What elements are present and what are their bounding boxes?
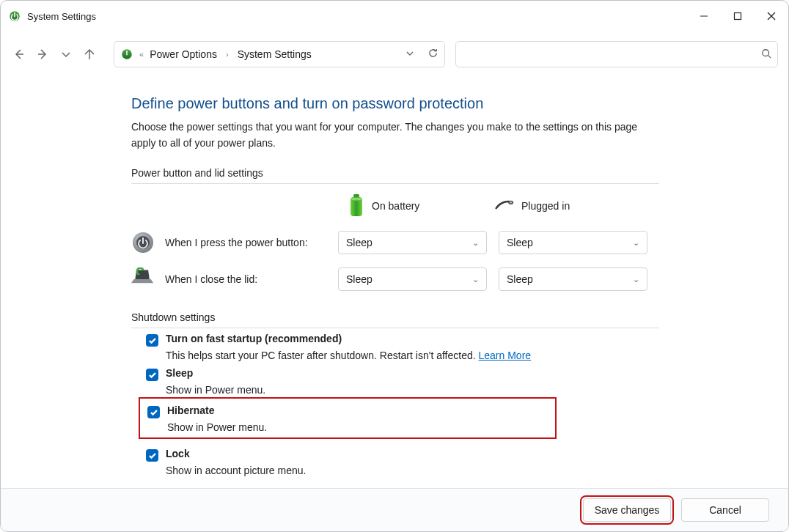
power-button-row: When I press the power button: Sleep⌄ Sl… [131,231,659,254]
checkbox-desc: This helps start your PC faster after sh… [166,350,659,361]
save-button[interactable]: Save changes [583,498,671,522]
refresh-button[interactable] [427,48,438,61]
shutdown-item-lock: Lock [131,443,659,463]
toolbar: « Power Options › System Settings [1,32,788,73]
checkbox-lock[interactable] [146,449,158,462]
svg-point-15 [510,202,512,203]
checkbox-label: Hibernate [167,404,215,416]
chevron-right-icon: › [226,50,229,59]
chevron-down-icon: ⌄ [633,275,639,284]
columns-header: On battery Plugged in [131,194,659,218]
checkbox-desc: Show in account picture menu. [166,465,659,476]
checkbox-label: Turn on fast startup (recommended) [166,333,342,344]
close-lid-plugged-select[interactable]: Sleep⌄ [499,267,647,291]
highlight-hibernate: Hibernate Show in Power menu. [139,397,557,439]
plug-icon [495,199,514,213]
chevron-down-icon[interactable] [405,49,414,59]
chevron-down-icon: ⌄ [472,275,479,284]
svg-rect-2 [735,13,741,20]
cancel-button[interactable]: Cancel [681,498,769,522]
content: Define power buttons and turn on passwor… [1,73,788,488]
checkbox-label: Lock [166,448,190,459]
page-title: Define power buttons and turn on passwor… [131,95,759,112]
checkbox-fast-startup[interactable] [146,334,158,347]
up-button[interactable] [81,46,98,62]
address-bar-icon [120,48,133,61]
close-lid-row: When I close the lid: Sleep⌄ Sleep⌄ [131,267,659,291]
shutdown-item-fast-startup: Turn on fast startup (recommended) [131,328,659,348]
section-heading-shutdown: Shutdown settings [131,311,659,328]
column-label-battery: On battery [372,200,419,212]
battery-icon [348,194,364,218]
svg-point-13 [351,198,362,201]
window-title: System Settings [27,11,96,22]
checkbox-desc: Show in Power menu. [166,384,659,396]
chevron-down-icon: ⌄ [472,238,479,248]
breadcrumb-item[interactable]: Power Options [150,48,217,60]
shutdown-item-sleep: Sleep [131,363,659,383]
page-description: Choose the power settings that you want … [131,119,659,151]
breadcrumb-item[interactable]: System Settings [238,48,312,60]
close-lid-battery-select[interactable]: Sleep⌄ [338,267,487,291]
window: System Settings « Power Options › System… [0,0,789,532]
titlebar: System Settings [1,1,788,32]
power-button-battery-select[interactable]: Sleep⌄ [338,231,487,254]
minimize-button[interactable] [687,4,721,28]
history-dropdown-button[interactable] [58,46,74,62]
power-button-plugged-select[interactable]: Sleep⌄ [499,231,647,254]
close-button[interactable] [755,4,788,28]
laptop-lid-icon [131,267,155,291]
forward-button[interactable] [34,46,51,62]
checkbox-desc: Show in Power menu. [167,421,555,433]
svg-line-10 [768,55,771,58]
footer: Save changes Cancel [1,488,788,531]
search-icon [761,48,771,61]
checkbox-hibernate[interactable] [147,406,160,418]
section-heading-power: Power button and lid settings [131,167,659,184]
maximize-button[interactable] [721,4,755,28]
power-button-icon [131,231,155,254]
address-bar[interactable]: « Power Options › System Settings [114,41,445,67]
app-icon [8,10,21,23]
breadcrumb-prefix-icon: « [139,50,144,59]
svg-rect-11 [353,194,359,197]
close-lid-label: When I close the lid: [165,273,257,285]
learn-more-link[interactable]: Learn More [479,350,532,361]
shutdown-item-hibernate: Hibernate [140,400,555,420]
power-button-label: When I press the power button: [165,237,308,248]
checkbox-label: Sleep [166,367,193,379]
back-button[interactable] [11,46,27,62]
search-box[interactable] [455,41,778,67]
chevron-down-icon: ⌄ [633,238,639,248]
svg-point-9 [763,49,769,56]
checkbox-sleep[interactable] [146,369,158,381]
column-label-plugged: Plugged in [521,200,570,212]
